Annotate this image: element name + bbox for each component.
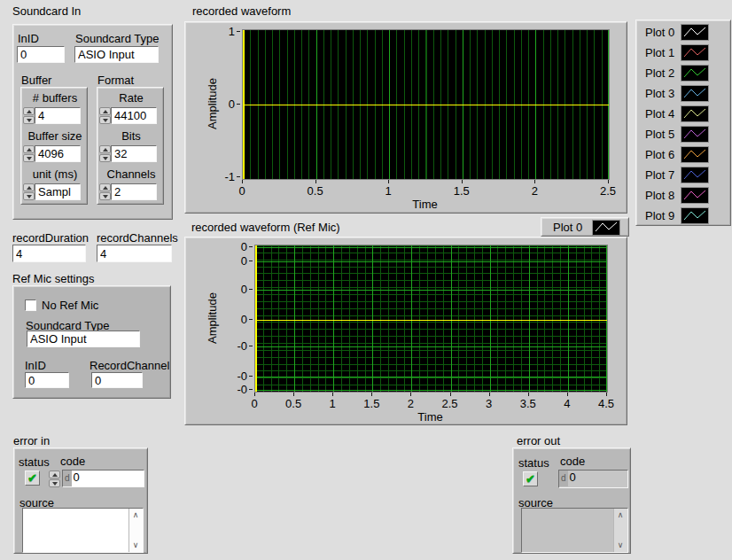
ref-mic-record-channel-field[interactable] [91, 372, 143, 388]
plot-line-swatch[interactable] [681, 44, 709, 61]
recorded-waveform-ref-mic-title: recorded waveform (Ref Mic) [191, 221, 340, 234]
plot-line-swatch[interactable] [592, 220, 620, 236]
num-buffers-field[interactable] [35, 107, 81, 124]
legend-item[interactable]: Plot 5 [636, 126, 732, 142]
error-in-source-field[interactable]: ∧ ∨ [22, 508, 144, 553]
channels-label: Channels [97, 167, 165, 181]
rate-spinner[interactable] [99, 107, 111, 124]
ref-mic-inid-field[interactable] [25, 372, 69, 388]
y-tick-mark [237, 31, 240, 32]
x-tick-label: 1.5 [363, 398, 379, 409]
decrement-icon[interactable] [99, 192, 111, 200]
x-tick-label: 1.5 [454, 185, 470, 197]
plot-line-swatch[interactable] [681, 146, 709, 163]
scroll-down-icon[interactable]: ∨ [614, 540, 627, 551]
plot-line-swatch[interactable] [681, 207, 709, 224]
legend-item[interactable]: Plot 2 [636, 65, 732, 81]
y-tick-label: -0 [217, 370, 247, 382]
decrement-icon[interactable] [23, 116, 35, 124]
plot-legend-panel: Plot 0 Plot 1 Plot 2 Plot 3 Plot 4 Plot … [635, 19, 731, 226]
soundcard-type-field[interactable] [74, 46, 159, 63]
legend-item[interactable]: Plot 3 [636, 85, 732, 101]
bits-spinner[interactable] [99, 145, 111, 162]
plot-line-swatch[interactable] [681, 126, 709, 143]
error-in-code-field[interactable]: d0 [62, 470, 144, 487]
plot-line-swatch[interactable] [681, 187, 709, 204]
error-out-status-boolean: ✔ [523, 471, 538, 486]
plot-line-swatch[interactable] [681, 65, 709, 82]
ref-mic-graph-legend[interactable]: Plot 0 [541, 217, 629, 237]
error-in-code-label: code [60, 455, 85, 468]
channels-spinner[interactable] [99, 183, 111, 200]
error-in-code-spinner[interactable] [49, 471, 60, 487]
ref-mic-soundcard-type-field[interactable] [27, 331, 140, 347]
record-channels-field[interactable] [97, 245, 172, 262]
x-tick-mark [388, 180, 389, 183]
scrollbar[interactable]: ∧ ∨ [613, 509, 627, 552]
increment-icon[interactable] [23, 183, 35, 191]
decrement-icon[interactable] [99, 154, 111, 162]
plot-line-swatch[interactable] [681, 167, 709, 183]
recorded-waveform-title: recorded waveform [192, 4, 291, 18]
x-tick-label: 3 [486, 398, 492, 409]
increment-icon[interactable] [49, 471, 60, 478]
decrement-icon[interactable] [49, 479, 60, 487]
soundcard-in-title: Soundcard In [12, 4, 81, 18]
error-out-code-label: code [560, 455, 585, 468]
buffer-cluster: # buffers Buffer size unit (ms) [20, 87, 88, 205]
bits-field[interactable] [111, 145, 157, 162]
increment-icon[interactable] [23, 145, 35, 153]
unit-ms-field[interactable] [35, 183, 81, 200]
scrollbar[interactable]: ∧ ∨ [128, 509, 143, 552]
inid-label: InID [18, 32, 39, 45]
unit-ms-spinner[interactable] [23, 183, 35, 200]
x-major-gridline [606, 245, 607, 392]
plot-line-swatch[interactable] [681, 24, 709, 41]
decrement-icon[interactable] [23, 154, 35, 162]
x-tick-mark [332, 393, 333, 396]
y-tick-label: 0 [217, 240, 247, 252]
legend-item[interactable]: Plot 7 [636, 167, 732, 183]
num-buffers-spinner[interactable] [23, 107, 35, 124]
decrement-icon[interactable] [23, 192, 35, 200]
plot-line-swatch[interactable] [681, 105, 709, 122]
radix-indicator: d [559, 471, 568, 486]
buffer-size-field[interactable] [35, 145, 81, 162]
record-duration-field[interactable] [12, 245, 86, 262]
legend-item[interactable]: Plot 6 [636, 146, 732, 162]
scroll-down-icon[interactable]: ∨ [129, 540, 142, 551]
x-tick-mark [489, 393, 490, 396]
channels-field[interactable] [111, 183, 157, 200]
scroll-up-icon[interactable]: ∧ [129, 509, 142, 521]
legend-item[interactable]: Plot 8 [636, 187, 732, 203]
record-channels-label: recordChannels [97, 231, 178, 245]
rate-field[interactable] [111, 107, 157, 124]
legend-item[interactable]: Plot 0 [636, 24, 732, 40]
legend-item[interactable]: Plot 1 [636, 44, 732, 60]
x-tick-label: 4.5 [598, 398, 614, 409]
legend-item[interactable]: Plot 9 [636, 207, 732, 223]
legend-item[interactable]: Plot 4 [636, 105, 732, 121]
no-ref-mic-checkbox[interactable] [25, 299, 36, 311]
legend-item-label: Plot 8 [645, 189, 674, 202]
waveform-trace-start-transient [243, 30, 245, 179]
y-tick-mark [249, 246, 253, 247]
error-in-cluster: status code ✔ d0 source ∧ ∨ [13, 447, 148, 554]
increment-icon[interactable] [99, 183, 111, 191]
plot-line-swatch[interactable] [681, 85, 709, 102]
y-tick-mark [237, 176, 240, 177]
buffer-size-spinner[interactable] [23, 145, 35, 162]
error-out-code-field: d0 [558, 470, 628, 488]
error-in-status-label: status [19, 455, 50, 469]
inid-field[interactable] [17, 46, 65, 63]
increment-icon[interactable] [99, 145, 111, 153]
scroll-up-icon[interactable]: ∧ [614, 509, 627, 521]
x-tick-label: 2.5 [600, 185, 616, 197]
decrement-icon[interactable] [99, 116, 111, 124]
recorded-waveform-ref-mic-plot-area[interactable] [254, 245, 608, 393]
increment-icon[interactable] [99, 107, 111, 115]
x-tick-label: 2 [408, 398, 414, 409]
recorded-waveform-plot-area[interactable] [242, 29, 610, 180]
error-in-status-boolean[interactable]: ✔ [25, 471, 40, 486]
increment-icon[interactable] [23, 107, 35, 115]
